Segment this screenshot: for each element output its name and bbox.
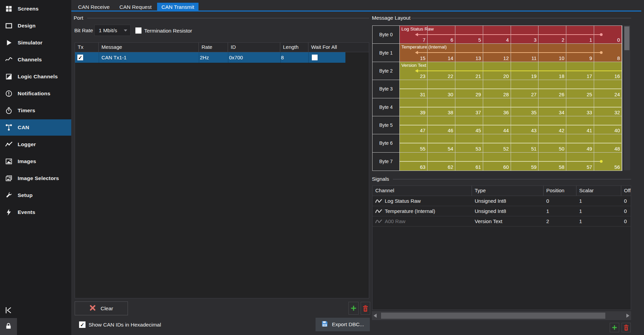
signal-row-a00-raw[interactable]: A00 RawVersion Text210 <box>373 216 631 226</box>
simulator-icon <box>5 39 13 47</box>
bit-number: 16 <box>614 74 620 79</box>
column-header-channel[interactable]: Channel <box>373 186 472 196</box>
scroll-right-arrow-icon[interactable] <box>626 314 629 318</box>
column-header-tx[interactable]: Tx <box>75 43 99 52</box>
clear-x-icon <box>89 304 96 313</box>
scroll-left-arrow-icon[interactable] <box>374 314 377 318</box>
images-icon <box>5 157 13 165</box>
add-signal-button[interactable] <box>610 323 619 332</box>
signal-span-line <box>400 143 621 143</box>
sidebar-item-setup[interactable]: Setup <box>0 187 71 203</box>
byte-row-label: Byte 0 <box>373 26 400 44</box>
bit-number: 63 <box>420 164 425 170</box>
column-header-message[interactable]: Message <box>99 43 199 52</box>
bit-number: 18 <box>559 74 564 79</box>
bit-number: 30 <box>448 92 453 97</box>
bit-number: 15 <box>420 56 425 61</box>
bit-number: 52 <box>503 146 509 152</box>
termination-resistor-checkbox[interactable] <box>135 27 141 34</box>
byte-grid-vertical-scrollbar[interactable] <box>624 25 630 170</box>
bit-number: 62 <box>448 164 453 170</box>
plus-icon <box>611 324 618 331</box>
tab-underline <box>71 11 641 12</box>
sidebar-item-image-selectors[interactable]: Image Selectors <box>0 170 71 186</box>
signals-group-label: Signals <box>372 176 389 182</box>
sidebar-nav: ScreensDesignSimulatorChannelsLogic Chan… <box>0 1 71 221</box>
byte-row-bits: 4746454443424140 <box>400 116 622 134</box>
add-message-button[interactable] <box>348 302 359 315</box>
sidebar-item-label: Events <box>18 209 35 215</box>
sidebar-item-simulator[interactable]: Simulator <box>0 35 71 51</box>
bit-number: 8 <box>617 56 620 61</box>
plus-icon <box>350 304 357 312</box>
sidebar-item-notifications[interactable]: Notifications <box>0 85 71 102</box>
export-dbc-button[interactable]: Export DBC... <box>316 318 370 331</box>
column-header-length[interactable]: Length <box>280 43 308 52</box>
lock-button[interactable] <box>0 318 17 335</box>
bit-number: 54 <box>448 146 453 152</box>
delete-message-button[interactable] <box>361 302 370 315</box>
horizontal-scrollbar-thumb[interactable] <box>381 313 605 319</box>
show-hex-checkbox[interactable]: ✓ <box>79 321 86 328</box>
message-layout-group-label: Message Layout <box>372 15 411 21</box>
sidebar-item-logic-channels[interactable]: Logic Channels <box>0 68 71 85</box>
column-header-offset[interactable]: Offset <box>621 186 631 196</box>
signal-span-line <box>418 34 602 35</box>
bit-number: 35 <box>531 110 536 115</box>
waveform-icon <box>375 219 382 223</box>
bit-rate-select[interactable]: 1 Mbit/s <box>94 25 131 36</box>
collapse-sidebar-button[interactable] <box>5 306 13 314</box>
bit-number: 17 <box>587 74 592 79</box>
byte-grid: Byte 076543210Log Status RawByte 1151413… <box>372 25 622 171</box>
sidebar-item-label: Simulator <box>18 40 42 46</box>
waveform-icon <box>375 209 382 213</box>
signal-row-log-status-raw[interactable]: Log Status RawUnsigned Int8010 <box>373 196 631 206</box>
wait-for-all-checkbox[interactable] <box>312 55 318 60</box>
tab-can-transmit[interactable]: CAN Transmit <box>157 3 198 11</box>
sidebar-item-label: Notifications <box>18 91 50 97</box>
tab-can-receive[interactable]: CAN Receive <box>74 3 114 11</box>
column-header-scalar[interactable]: Scalar <box>576 186 621 196</box>
signal-name-label: Temperature (Internal) <box>401 44 447 50</box>
table-row[interactable]: ✓CAN Tx1-12Hz0x7008 <box>75 52 345 63</box>
bit-number: 14 <box>448 56 453 61</box>
column-header-id[interactable]: ID <box>228 43 280 52</box>
column-header-position[interactable]: Position <box>544 186 576 196</box>
sidebar-item-timers[interactable]: Timers <box>0 102 71 119</box>
sidebar-item-events[interactable]: Events <box>0 204 71 220</box>
column-separator <box>99 52 99 63</box>
timers-icon <box>5 106 13 115</box>
port-group-line <box>87 18 369 18</box>
tab-can-request[interactable]: CAN Request <box>115 3 156 11</box>
clear-button[interactable]: Clear <box>75 301 128 315</box>
events-icon <box>5 208 13 216</box>
signals-horizontal-scrollbar[interactable] <box>372 311 631 320</box>
column-header-type[interactable]: Type <box>472 186 544 196</box>
termination-resistor-label: Termination Resistor <box>144 28 192 34</box>
byte-row-label: Byte 3 <box>373 80 400 98</box>
sidebar-item-screens[interactable]: Screens <box>0 1 71 17</box>
sidebar-item-can[interactable]: CAN <box>0 119 71 136</box>
clear-button-label: Clear <box>100 306 113 312</box>
floppy-save-icon <box>321 320 328 329</box>
sidebar-item-label: Images <box>18 158 36 164</box>
bit-number: 23 <box>420 74 425 79</box>
cell-scalar: 1 <box>576 216 621 226</box>
signal-row-temperature-internal-[interactable]: Temperature (Internal)Unsigned Int8110 <box>373 206 631 216</box>
sidebar-item-logger[interactable]: Logger <box>0 136 71 153</box>
column-header-rate[interactable]: Rate <box>199 43 228 52</box>
sidebar-item-images[interactable]: Images <box>0 153 71 170</box>
column-header-wait-for-all[interactable]: Wait For All <box>308 43 369 52</box>
sidebar-item-channels[interactable]: Channels <box>0 52 71 68</box>
channel-name: A00 Raw <box>385 217 405 226</box>
bit-number: 27 <box>531 92 536 97</box>
byte-row-1: Byte 115141312111098Temperature (Interna… <box>373 44 622 62</box>
tx-checkbox[interactable]: ✓ <box>77 55 83 60</box>
sidebar-item-design[interactable]: Design <box>0 18 71 34</box>
message-table-header: TxMessageRateIDLengthWait For All <box>75 43 369 52</box>
delete-signal-button[interactable] <box>622 323 631 332</box>
signal-span-line <box>418 52 602 53</box>
vertical-scrollbar-thumb[interactable] <box>624 26 629 50</box>
bit-number: 48 <box>614 146 620 152</box>
notifications-icon <box>5 90 13 98</box>
